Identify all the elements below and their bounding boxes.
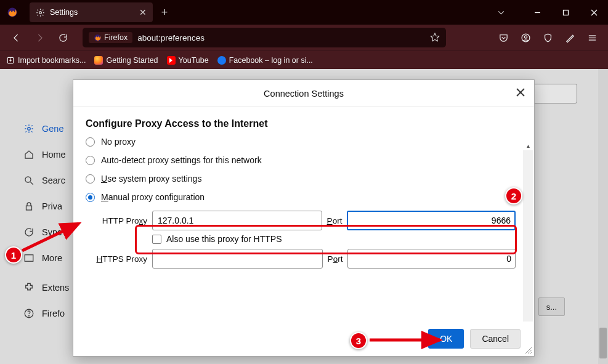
import-bookmarks-label: Import bookmarks... [18,56,86,65]
url-text: about:preferences [137,33,205,42]
http-port-label: Port [327,216,343,225]
bookmark-getting-started[interactable]: Getting Started [94,56,158,65]
identity-label: Firefox [104,33,128,42]
maximize-button[interactable] [551,0,580,25]
facebook-favicon-icon [217,56,226,65]
annotation-badge-2: 2 [505,187,522,204]
https-proxy-input[interactable] [152,249,323,269]
http-proxy-input[interactable] [152,211,322,230]
dialog-body: Configure Proxy Access to the Internet N… [73,107,534,322]
svg-marker-7 [431,33,439,41]
svg-line-26 [530,352,532,354]
radio-icon [86,174,95,184]
forward-button[interactable] [30,28,49,47]
minimize-button[interactable] [523,0,551,25]
hamburger-menu-icon[interactable] [582,28,602,47]
shield-icon[interactable] [538,28,557,47]
preferences-page: Gene Home Searc Priva Sync More Extens [0,69,608,364]
radio-system-proxy[interactable]: Use system proxy settings [86,174,516,184]
firefox-logo-icon [0,7,25,18]
svg-point-1 [39,11,42,14]
ok-button[interactable]: OK [428,329,464,349]
dialog-scrollbar[interactable]: ▴ ▾ [523,140,533,322]
dialog-footer: OK Cancel [73,322,534,356]
account-icon[interactable] [516,28,535,47]
dialog-header: Connection Settings [73,80,534,107]
https-port-input[interactable] [347,249,516,269]
bookmark-facebook[interactable]: Facebook – log in or si... [217,56,313,65]
extension-icon[interactable] [560,28,580,47]
import-bookmarks-button[interactable]: Import bookmarks... [6,56,86,65]
http-proxy-row: HTTP Proxy Port [86,211,516,230]
bookmarks-bar: Import bookmarks... Getting Started YouT… [0,51,608,69]
https-proxy-row: HTTPS Proxy Port [86,249,516,269]
scroll-track[interactable] [523,150,533,322]
pocket-icon[interactable] [493,28,513,47]
identity-badge[interactable]: Firefox [89,32,132,43]
tab-settings[interactable]: Settings ✕ [30,2,153,22]
radio-icon [86,137,95,147]
window-buttons [523,0,608,25]
annotation-badge-1: 1 [5,246,22,264]
checkbox-icon [152,235,161,244]
tabs-dropdown-icon[interactable] [491,2,511,22]
youtube-favicon-icon [167,56,176,65]
dialog-title: Connection Settings [264,89,344,99]
back-button[interactable] [6,28,26,47]
dialog-close-button[interactable] [516,87,525,99]
scroll-up-arrow-icon[interactable]: ▴ [523,140,533,150]
radio-auto-detect[interactable]: Auto-detect proxy settings for this netw… [86,155,516,165]
firefox-small-icon [94,34,102,42]
cancel-button[interactable]: Cancel [470,329,521,349]
bookmark-star-icon[interactable] [430,32,440,44]
connection-settings-dialog: Connection Settings Configure Proxy Acce… [73,79,535,357]
bookmark-youtube[interactable]: YouTube [167,56,209,65]
navbar: Firefox about:preferences [0,25,608,51]
gear-icon [36,8,45,17]
also-https-checkbox-row[interactable]: Also use this proxy for HTTPS [152,234,516,244]
https-port-label: Port [328,254,343,264]
close-window-button[interactable] [580,0,608,25]
resize-grip-icon[interactable] [524,346,532,354]
proxy-fields: HTTP Proxy Port Also use this proxy for … [86,211,516,269]
http-port-input[interactable] [347,211,516,230]
firefox-favicon-icon [94,56,103,65]
radio-icon-checked [86,193,95,202]
tab-close-icon[interactable]: ✕ [139,7,147,17]
titlebar: Settings ✕ + [0,0,608,25]
https-proxy-label: HTTPS Proxy [86,254,147,264]
dialog-heading: Configure Proxy Access to the Internet [86,118,516,129]
url-bar[interactable]: Firefox about:preferences [83,28,446,47]
proxy-mode-radio-group: No proxy Auto-detect proxy settings for … [86,137,516,202]
radio-icon [86,156,95,165]
also-https-label: Also use this proxy for HTTPS [166,234,282,244]
reload-button[interactable] [53,28,73,47]
svg-rect-3 [563,10,568,15]
annotation-badge-3: 3 [350,332,367,349]
new-tab-button[interactable]: + [155,6,174,19]
tab-title: Settings [50,8,134,17]
svg-point-9 [524,35,527,38]
http-proxy-label: HTTP Proxy [86,216,147,225]
radio-no-proxy[interactable]: No proxy [86,137,516,147]
radio-manual-proxy[interactable]: Manual proxy configuration [86,192,516,202]
